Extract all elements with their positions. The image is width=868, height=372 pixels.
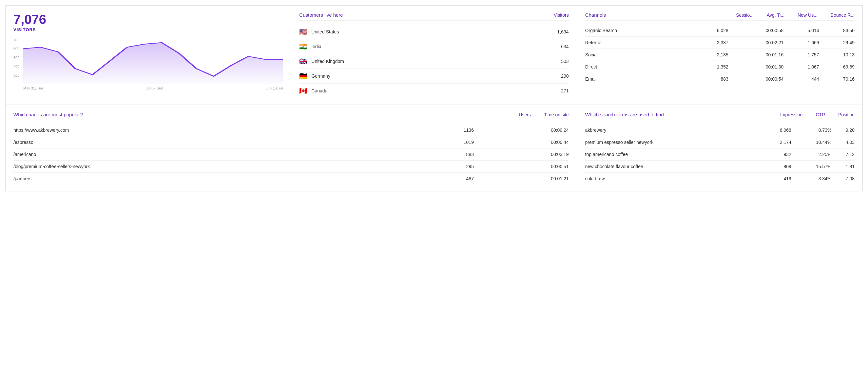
page-users: 487: [420, 173, 474, 185]
search-term: new chocolate flavour coffee: [585, 161, 762, 173]
channels-table: Organic Search 6,028 00:00:58 5,014 83.5…: [585, 25, 855, 85]
table-row: akbrewery 6,068 0.73% 9.20: [585, 124, 855, 136]
table-row: Referral 2,387 00:02:21 1,666 29.49: [585, 37, 855, 49]
sessions: 883: [693, 73, 728, 85]
search-impressions-header: Impression: [780, 112, 803, 117]
page-users: 1019: [420, 136, 474, 149]
channel-name: Email: [585, 73, 693, 85]
pages-time-header: Time on site: [544, 112, 569, 117]
page-time: 00:00:24: [474, 124, 569, 136]
channel-name: Referral: [585, 37, 693, 49]
flag-icon: 🇮🇳: [299, 42, 307, 51]
new-users: 444: [783, 73, 819, 85]
country-name: Canada: [311, 88, 327, 93]
chart-y-labels: 700 600 500 400 300: [13, 38, 19, 84]
ctr: 2.25%: [791, 149, 832, 161]
list-item: 🇺🇸 United States 1,694: [299, 25, 568, 39]
page-users: 1136: [420, 124, 474, 136]
dashboard: 7,076 VISITORS 700 600 500 400 300: [0, 0, 868, 197]
list-item: 🇨🇦 Canada 271: [299, 84, 568, 98]
table-row: Social 2,135 00:01:16 1,757 10.13: [585, 49, 855, 61]
channels-title: Channels: [585, 12, 606, 18]
new-users: 5,014: [783, 25, 819, 37]
channel-name: Organic Search: [585, 25, 693, 37]
position: 1.91: [832, 161, 855, 173]
country-cell: 🇺🇸 United States: [299, 25, 514, 39]
table-row: Email 883 00:00:54 444 70.16: [585, 73, 855, 85]
customers-header: Customers live here Visitors: [299, 12, 568, 21]
customers-table: 🇺🇸 United States 1,694 🇮🇳 India 634 🇬🇧 U…: [299, 25, 568, 98]
table-row: Direct 1,352 00:01:30 1,067 69.69: [585, 61, 855, 73]
country-cell: 🇬🇧 United Kingdom: [299, 54, 514, 69]
flag-icon: 🇬🇧: [299, 57, 307, 65]
table-row: Organic Search 6,028 00:00:58 5,014 83.5…: [585, 25, 855, 37]
new-users: 1,757: [783, 49, 819, 61]
bounce-rate: 70.16: [819, 73, 855, 85]
bounce-rate: 69.69: [819, 61, 855, 73]
avg-time: 00:02:21: [728, 37, 783, 49]
search-term: akbrewery: [585, 124, 762, 136]
page-users: 295: [420, 161, 474, 173]
table-row: /americano 883 00:03:19: [13, 149, 569, 161]
new-users: 1,666: [783, 37, 819, 49]
page-url: https://www.akbrewery.com: [13, 124, 420, 136]
bounce-rate: 83.50: [819, 25, 855, 37]
table-row: /blog/premium-coffee-sellers-newyork 295…: [13, 161, 569, 173]
search-ctr-header: CTR: [815, 112, 825, 117]
pages-col-headers: Users Time on site: [519, 112, 568, 117]
country-name: Germany: [311, 73, 330, 79]
avg-time: 00:01:16: [728, 49, 783, 61]
page-url: /partners: [13, 173, 420, 185]
search-term: cold brew: [585, 173, 762, 185]
sessions: 1,352: [693, 61, 728, 73]
country-name: United States: [311, 29, 339, 34]
bounce-rate: 10.13: [819, 49, 855, 61]
pages-card: Which pages are most popular? Users Time…: [5, 105, 577, 191]
chart-x-labels: May 31, Tue Jun 5, Sun Jun 10, Fri: [13, 86, 283, 90]
visitor-count: 290: [514, 69, 569, 84]
search-col-headers: Impression CTR Position: [780, 112, 855, 117]
country-cell: 🇨🇦 Canada: [299, 84, 514, 98]
customers-card: Customers live here Visitors 🇺🇸 United S…: [291, 5, 577, 105]
ctr: 15.57%: [791, 161, 832, 173]
customers-title: Customers live here: [299, 12, 343, 18]
sessions: 2,135: [693, 49, 728, 61]
flag-icon: 🇺🇸: [299, 28, 307, 36]
pages-header: Which pages are most popular? Users Time…: [13, 112, 569, 120]
impressions: 2,174: [762, 136, 791, 149]
avg-time: 00:00:54: [728, 73, 783, 85]
visitor-count: 271: [514, 84, 569, 98]
avg-time: 00:00:58: [728, 25, 783, 37]
flag-icon: 🇨🇦: [299, 87, 307, 95]
channel-name: Social: [585, 49, 693, 61]
page-time: 00:01:21: [474, 173, 569, 185]
visitors-count: 7,076: [13, 12, 283, 27]
new-users: 1,067: [783, 61, 819, 73]
table-row: new chocolate flavour coffee 809 15.57% …: [585, 161, 855, 173]
list-item: 🇬🇧 United Kingdom 503: [299, 54, 568, 69]
page-time: 00:00:51: [474, 161, 569, 173]
page-url: /americano: [13, 149, 420, 161]
search-table: akbrewery 6,068 0.73% 9.20 premium espre…: [585, 124, 855, 185]
visitors-card: 7,076 VISITORS 700 600 500 400 300: [5, 5, 291, 105]
visitors-label: VISITORS: [13, 27, 283, 32]
visitors-col-header: Visitors: [554, 12, 569, 18]
table-row: https://www.akbrewery.com 1136 00:00:24: [13, 124, 569, 136]
table-row: /partners 487 00:01:21: [13, 173, 569, 185]
page-users: 883: [420, 149, 474, 161]
page-url: /blog/premium-coffee-sellers-newyork: [13, 161, 420, 173]
visitors-chart: 700 600 500 400 300 May 31, Tu: [13, 38, 283, 84]
ctr: 0.73%: [791, 124, 832, 136]
channels-card: Channels Sessio... Avg. Ti... New Us... …: [577, 5, 863, 105]
impressions: 6,068: [762, 124, 791, 136]
table-row: cold brew 419 3.34% 7.08: [585, 173, 855, 185]
search-term: premium espresso seller newyork: [585, 136, 762, 149]
search-header: Which search terms are used to find ... …: [585, 112, 855, 120]
search-title: Which search terms are used to find ...: [585, 112, 670, 117]
page-time: 00:00:44: [474, 136, 569, 149]
position: 4.03: [832, 136, 855, 149]
pages-table: https://www.akbrewery.com 1136 00:00:24 …: [13, 124, 569, 185]
visitor-count: 634: [514, 39, 569, 54]
table-row: premium espresso seller newyork 2,174 10…: [585, 136, 855, 149]
pages-title: Which pages are most popular?: [13, 112, 83, 117]
